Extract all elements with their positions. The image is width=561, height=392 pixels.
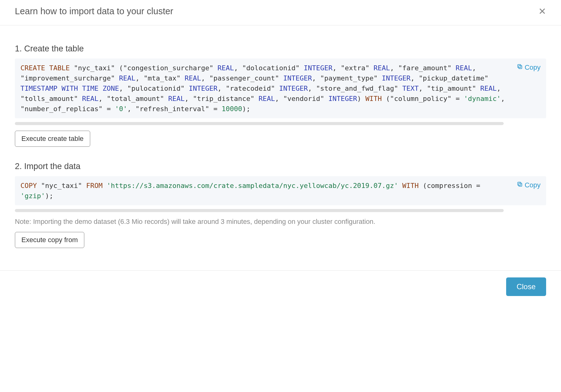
- type: TIMESTAMP WITH TIME ZONE: [20, 85, 119, 92]
- p: ,: [234, 64, 238, 72]
- import-data-modal: Learn how to import data to your cluster…: [0, 0, 561, 308]
- col: "mta_tax": [144, 74, 180, 82]
- col: "payment_type": [320, 74, 378, 82]
- p: ,: [185, 95, 189, 102]
- url: 'https://s3.amazonaws.com/crate.sampleda…: [107, 182, 398, 189]
- p: ,: [218, 85, 222, 92]
- col: "vendorid": [283, 95, 324, 102]
- col: "dolocationid": [242, 64, 299, 72]
- col: "total_amount": [107, 95, 164, 102]
- type: REAL: [480, 85, 497, 92]
- p: ,: [501, 95, 505, 102]
- svg-rect-2: [519, 183, 522, 186]
- close-icon[interactable]: ✕: [538, 7, 546, 16]
- step-import-data: 2. Import the data Copy COPY "nyc_taxi" …: [15, 162, 546, 248]
- p: =: [214, 105, 218, 113]
- type: INTEGER: [304, 64, 333, 72]
- type: REAL: [456, 64, 472, 72]
- p: ,: [472, 64, 476, 72]
- type: REAL: [82, 95, 99, 102]
- p: ,: [390, 64, 394, 72]
- scrollbar[interactable]: [15, 209, 504, 212]
- p: ,: [410, 74, 414, 82]
- col: "tolls_amount": [20, 95, 78, 102]
- copy-from-sql: Copy COPY "nyc_taxi" FROM 'https://s3.am…: [15, 176, 546, 205]
- p: ,: [127, 105, 131, 113]
- p: =: [107, 105, 111, 113]
- close-button[interactable]: Close: [506, 277, 546, 296]
- type: INTEGER: [189, 85, 218, 92]
- copy-button[interactable]: Copy: [517, 62, 541, 72]
- p: );: [242, 105, 250, 113]
- kw: COPY: [20, 182, 37, 189]
- create-table-sql: Copy CREATE TABLE "nyc_taxi" ("congestio…: [15, 59, 546, 118]
- col: "pulocationid": [127, 85, 184, 92]
- kw: CREATE: [20, 64, 45, 72]
- val: 'gzip': [20, 192, 45, 200]
- p: ): [357, 95, 361, 102]
- scrollbar[interactable]: [15, 122, 504, 125]
- type: REAL: [119, 74, 135, 82]
- type: INTEGER: [283, 74, 312, 82]
- execute-create-table-button[interactable]: Execute create table: [15, 131, 90, 147]
- tbl: "nyc_taxi": [74, 64, 115, 72]
- p: ,: [135, 74, 139, 82]
- wv: '0': [115, 105, 127, 113]
- p: ,: [312, 74, 316, 82]
- col: "pickup_datetime": [419, 74, 488, 82]
- wk: "refresh_interval": [135, 105, 209, 113]
- wk: "number_of_replicas": [20, 105, 103, 113]
- type: INTEGER: [382, 74, 411, 82]
- type: REAL: [258, 95, 275, 102]
- col: "improvement_surcharge": [20, 74, 115, 82]
- type: TEXT: [402, 85, 419, 92]
- copy-button[interactable]: Copy: [517, 180, 541, 190]
- modal-header: Learn how to import data to your cluster…: [0, 0, 561, 25]
- p: (: [119, 64, 123, 72]
- svg-rect-3: [518, 182, 521, 185]
- col: "extra": [341, 64, 369, 72]
- col: "ratecodeid": [226, 85, 275, 92]
- copy-label: Copy: [525, 180, 541, 190]
- modal-body: 1. Create the table Copy CREATE TABLE "n…: [0, 25, 561, 270]
- col: "fare_amount": [398, 64, 452, 72]
- type: REAL: [185, 74, 201, 82]
- modal-title: Learn how to import data to your cluster: [15, 6, 173, 16]
- svg-rect-1: [518, 64, 521, 68]
- p: ,: [308, 85, 312, 92]
- p: (: [386, 95, 390, 102]
- p: =: [456, 95, 460, 102]
- p: ,: [333, 64, 337, 72]
- p: (compression =: [423, 182, 480, 189]
- wv: 'dynamic': [464, 95, 501, 102]
- p: ,: [275, 95, 279, 102]
- step-create-table: 1. Create the table Copy CREATE TABLE "n…: [15, 44, 546, 147]
- p: ,: [201, 74, 205, 82]
- kw: FROM: [86, 182, 103, 189]
- step1-title: 1. Create the table: [15, 44, 546, 54]
- p: ,: [119, 85, 123, 92]
- p: );: [45, 192, 53, 200]
- type: INTEGER: [279, 85, 308, 92]
- modal-footer: Close: [0, 270, 561, 296]
- import-note: Note: Importing the demo dataset (6.3 Mi…: [15, 218, 546, 226]
- type: INTEGER: [328, 95, 357, 102]
- type: REAL: [373, 64, 390, 72]
- type: REAL: [168, 95, 185, 102]
- p: ,: [99, 95, 103, 102]
- copy-icon: [517, 180, 523, 190]
- step2-title: 2. Import the data: [15, 162, 546, 171]
- execute-copy-from-button[interactable]: Execute copy from: [15, 232, 84, 248]
- p: ,: [419, 85, 423, 92]
- col: "congestion_surcharge": [123, 64, 213, 72]
- copy-label: Copy: [525, 62, 541, 72]
- copy-icon: [517, 62, 523, 72]
- p: ,: [497, 85, 501, 92]
- col: "tip_amount": [427, 85, 476, 92]
- kw: WITH: [365, 95, 382, 102]
- col: "passenger_count": [209, 74, 279, 82]
- wk: "column_policy": [390, 95, 452, 102]
- kw: WITH: [402, 182, 419, 189]
- wv: 10000: [222, 105, 242, 113]
- tbl: "nyc_taxi": [41, 182, 82, 189]
